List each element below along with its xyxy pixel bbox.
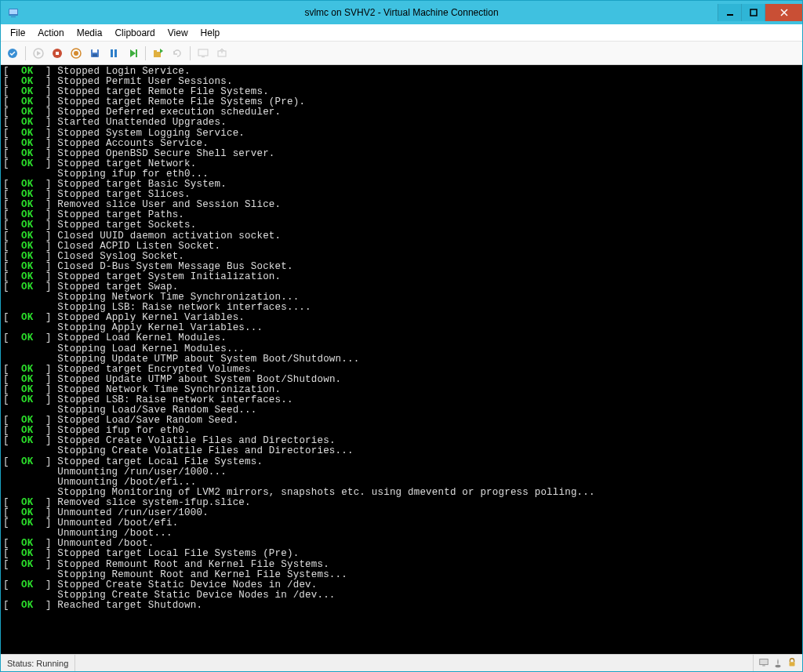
svg-rect-23 — [762, 665, 765, 666]
svg-rect-16 — [136, 49, 137, 57]
toolbar — [1, 42, 802, 65]
turn-off-icon[interactable] — [49, 45, 66, 62]
lock-icon[interactable] — [787, 657, 798, 670]
svg-rect-17 — [154, 52, 161, 57]
close-button[interactable] — [765, 4, 802, 21]
svg-rect-14 — [111, 49, 113, 57]
app-icon — [7, 6, 20, 19]
nic-icon[interactable] — [772, 657, 783, 670]
svg-rect-22 — [760, 659, 768, 664]
ctrl-alt-del-icon[interactable] — [4, 45, 21, 62]
statusbar: Status: Running — [1, 654, 802, 671]
titlebar: svlmc on SVHV2 - Virtual Machine Connect… — [1, 1, 802, 24]
display-config-icon[interactable] — [758, 657, 769, 670]
share-icon[interactable] — [213, 45, 231, 62]
window-title: svlmc on SVHV2 - Virtual Machine Connect… — [1, 7, 802, 18]
svg-rect-15 — [114, 49, 117, 57]
svg-point-24 — [776, 664, 781, 667]
vm-display-terminal[interactable]: [ OK ] Stopped Login Service. [ OK ] Sto… — [1, 65, 802, 654]
status-icons — [754, 657, 802, 670]
start-icon[interactable] — [30, 45, 47, 62]
menu-help[interactable]: Help — [194, 26, 227, 40]
svg-rect-8 — [56, 52, 59, 55]
reset-icon[interactable] — [124, 45, 141, 62]
svg-rect-18 — [154, 50, 157, 53]
svg-rect-2 — [11, 16, 16, 17]
separator — [145, 46, 146, 60]
window-controls — [718, 4, 802, 21]
svg-rect-3 — [727, 14, 733, 16]
checkpoint-icon[interactable] — [150, 45, 167, 62]
revert-icon[interactable] — [169, 45, 186, 62]
maximize-button[interactable] — [741, 4, 765, 21]
pause-icon[interactable] — [105, 45, 122, 62]
svg-rect-13 — [93, 54, 97, 56]
svg-rect-19 — [198, 49, 208, 56]
separator — [25, 46, 26, 60]
status-text: Status: Running — [1, 655, 75, 671]
svg-rect-12 — [93, 49, 97, 53]
svg-point-10 — [74, 51, 78, 56]
menu-media[interactable]: Media — [71, 26, 109, 40]
svg-rect-1 — [9, 9, 17, 14]
separator — [190, 46, 191, 60]
enhanced-session-icon[interactable] — [194, 45, 212, 62]
menu-clipboard[interactable]: Clipboard — [108, 26, 161, 40]
vm-connection-window: svlmc on SVHV2 - Virtual Machine Connect… — [0, 0, 803, 672]
svg-rect-20 — [202, 56, 205, 57]
svg-rect-25 — [790, 662, 795, 666]
status-spacer — [75, 655, 754, 671]
shutdown-icon[interactable] — [67, 45, 85, 62]
menu-view[interactable]: View — [162, 26, 194, 40]
minimize-button[interactable] — [718, 4, 741, 21]
menu-file[interactable]: File — [4, 26, 31, 40]
menubar: File Action Media Clipboard View Help — [1, 24, 802, 42]
svg-rect-4 — [750, 9, 757, 16]
menu-action[interactable]: Action — [31, 26, 70, 40]
save-icon[interactable] — [86, 45, 104, 62]
